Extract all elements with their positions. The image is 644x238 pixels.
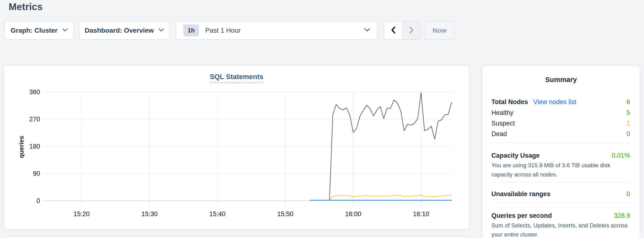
total-nodes-row: Total Nodes View nodes list 6 <box>492 98 630 106</box>
queries-per-second-row: Queries per second 328.9 <box>492 211 630 220</box>
total-nodes-label: Total Nodes <box>492 98 528 106</box>
healthy-nodes-row: Healthy 5 <box>492 108 630 117</box>
summary-title: Summary <box>482 76 640 84</box>
x-tick-label: 15:20 <box>65 210 98 218</box>
y-tick-label: 360 <box>11 88 40 96</box>
time-range-label: Past 1 Hour <box>205 27 364 34</box>
metrics-page: { "page": { "title": "Metrics" }, "toolb… <box>0 0 644 238</box>
prev-time-button[interactable] <box>384 21 402 39</box>
x-tick-label: 15:30 <box>133 210 166 218</box>
sql-statements-chart-card: SQL Statements queries 090180270360 15:2… <box>4 66 469 229</box>
chart-title[interactable]: SQL Statements <box>210 73 263 83</box>
time-pager <box>384 21 420 40</box>
time-range-selector[interactable]: 1h Past 1 Hour <box>176 21 378 40</box>
x-tick-label: 16:00 <box>336 210 370 218</box>
summary-panel: Summary Total Nodes View nodes list 6 He… <box>482 66 640 238</box>
next-chart-card-edge <box>4 237 469 238</box>
graph-dropdown-label: Graph: Cluster <box>10 27 58 34</box>
capacity-usage-value: 0.01% <box>612 152 630 159</box>
total-nodes-value: 6 <box>626 98 630 106</box>
queries-per-second-label: Queries per second <box>492 212 552 219</box>
unavailable-ranges-row: Unavailable ranges 0 <box>492 190 630 198</box>
y-tick-label: 270 <box>11 115 40 123</box>
chevron-down-icon <box>364 28 370 33</box>
y-tick-label: 0 <box>11 197 40 205</box>
chevron-left-icon <box>390 26 396 35</box>
dashboard-dropdown[interactable]: Dashboard: Overview <box>79 21 170 40</box>
queries-per-second-description: Sum of Selects, Updates, Inserts, and De… <box>492 221 630 238</box>
capacity-usage-description: You are using 315.9 MiB of 3.6 TiB usabl… <box>492 161 630 179</box>
now-button[interactable]: Now <box>425 21 454 40</box>
y-tick-label: 90 <box>11 170 40 178</box>
divider <box>492 182 630 182</box>
time-range-badge: 1h <box>183 25 199 36</box>
divider <box>492 143 630 143</box>
suspect-label: Suspect <box>492 120 515 127</box>
unavailable-ranges-label: Unavailable ranges <box>492 190 550 198</box>
next-time-button[interactable] <box>402 21 420 39</box>
page-title: Metrics <box>9 2 42 12</box>
queries-per-second-value: 328.9 <box>614 212 630 219</box>
capacity-usage-row: Capacity Usage 0.01% <box>492 151 630 160</box>
suspect-nodes-row: Suspect 1 <box>492 119 630 128</box>
divider <box>492 203 630 203</box>
healthy-label: Healthy <box>492 109 514 116</box>
graph-dropdown[interactable]: Graph: Cluster <box>4 21 74 40</box>
suspect-value: 1 <box>626 120 630 127</box>
capacity-usage-label: Capacity Usage <box>492 152 540 159</box>
dead-label: Dead <box>492 130 507 138</box>
x-tick-label: 15:40 <box>200 210 234 218</box>
chevron-down-icon <box>158 28 164 33</box>
chevron-down-icon <box>62 28 68 33</box>
dead-value: 0 <box>626 130 630 138</box>
unavailable-ranges-value: 0 <box>626 190 630 198</box>
x-tick-label: 16:10 <box>404 210 438 218</box>
healthy-value: 5 <box>626 109 630 116</box>
dashboard-dropdown-label: Dashboard: Overview <box>85 27 154 34</box>
view-nodes-list-link[interactable]: View nodes list <box>534 98 576 106</box>
chart-plot-area[interactable] <box>43 90 456 217</box>
chevron-right-icon <box>408 26 414 35</box>
y-tick-label: 180 <box>11 142 40 151</box>
dead-nodes-row: Dead 0 <box>492 130 630 138</box>
x-tick-label: 15:50 <box>268 210 302 218</box>
